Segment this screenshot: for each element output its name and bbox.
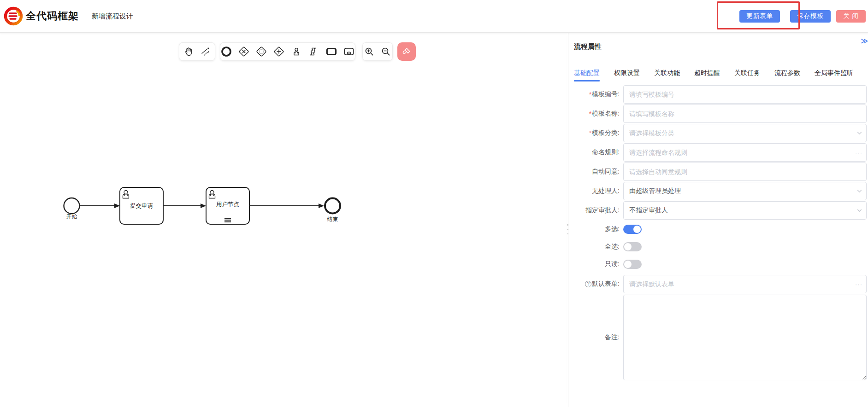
field-label: ? 默认表单: [574,280,620,288]
help-icon[interactable]: ? [585,281,591,287]
app-title: 全代码框架 [26,9,79,23]
svg-text:提交申请: 提交申请 [130,203,154,209]
panel-divider [568,33,568,407]
form-row: 备注: [574,294,867,381]
save-template-button[interactable]: 保存模板 [790,10,831,23]
task-icon[interactable] [325,46,337,58]
update-form-button[interactable]: 更新表单 [739,10,780,23]
start-event-icon[interactable] [220,46,232,58]
naming-rule-input[interactable] [623,143,867,162]
toolbar-card-palette [220,42,355,61]
zoom-in-icon[interactable] [363,46,375,58]
template-code-input[interactable] [623,85,867,104]
hand-tool-icon[interactable] [183,46,195,58]
field-label: 多选: [574,225,620,233]
field-label: 只读: [574,260,620,268]
no-handler-select[interactable] [623,182,867,200]
close-button[interactable]: 关 闭 [836,10,866,23]
remark-textarea[interactable] [623,295,867,380]
node-task-user[interactable]: 用户节点 [206,187,249,224]
bpmn-canvas[interactable]: 开始 提交申请 [0,33,568,407]
script-task-icon[interactable] [308,46,320,58]
basic-config-form: *模板编号: *模板名称: *模板分类: 命名规则: [574,85,867,381]
brush-icon [402,47,412,57]
multi-select-toggle[interactable] [623,225,642,234]
node-end-event[interactable]: 结束 [325,198,340,222]
edge-task2-end[interactable] [249,204,324,208]
form-row: ? 默认表单: ··· [574,275,867,293]
auto-agree-input[interactable] [623,163,867,181]
form-row: 只读: [574,256,867,273]
field-label: 无处理人: [574,187,620,195]
form-row: 无处理人: [574,182,867,200]
field-label: *模板分类: [574,129,620,137]
template-name-input[interactable] [623,105,867,123]
template-category-select[interactable] [623,124,867,142]
node-start-event[interactable]: 开始 [64,198,80,219]
edge-task1-task2[interactable] [163,204,206,208]
field-label: *模板名称: [574,110,620,118]
parallel-gateway-icon[interactable] [273,46,285,58]
form-row: *模板名称: [574,105,867,123]
tab-related-task[interactable]: 关联任务 [734,69,760,81]
form-row: *模板分类: [574,124,867,142]
form-row: 自动同意: [574,163,867,181]
field-label: 备注: [574,333,620,342]
form-row: 指定审批人: [574,201,867,220]
field-label: *模板编号: [574,90,620,99]
properties-panel: 流程属性 ≫ 基础配置 权限设置 关联功能 超时提醒 关联任务 流程参数 全局事… [568,33,868,407]
tab-timeout-reminder[interactable]: 超时提醒 [694,69,720,81]
read-only-toggle[interactable] [623,260,642,269]
field-label: 自动同意: [574,168,620,176]
toolbar-card-zoom [362,42,393,61]
inclusive-gateway-icon[interactable] [255,46,267,58]
edge-start-task1[interactable] [80,204,120,208]
assigned-approver-select[interactable] [623,201,867,220]
node-task-submit[interactable]: 提交申请 [120,187,163,224]
svg-text:用户节点: 用户节点 [216,201,239,208]
tab-basic-config[interactable]: 基础配置 [574,69,600,81]
default-form-input[interactable] [623,275,867,293]
connect-tool-icon[interactable] [200,46,212,58]
tab-permission[interactable]: 权限设置 [614,69,640,81]
clear-tool-button[interactable] [397,42,416,61]
select-all-toggle[interactable] [623,242,642,251]
form-row: *模板编号: [574,85,867,104]
panel-tabs: 基础配置 权限设置 关联功能 超时提醒 关联任务 流程参数 全局事件监听 [574,69,853,81]
workflow-designer: 全代码框架 新增流程设计 更新表单 保存模板 关 闭 [0,0,868,407]
zoom-out-icon[interactable] [380,46,392,58]
panel-title: 流程属性 [574,42,602,51]
user-task-icon[interactable] [290,46,302,58]
subprocess-icon[interactable] [343,46,355,58]
collapse-panel-icon[interactable]: ≫ [861,37,867,45]
divider-drag-handle[interactable] [566,224,570,234]
header: 全代码框架 新增流程设计 更新表单 保存模板 关 闭 [0,0,868,33]
tab-related-function[interactable]: 关联功能 [654,69,680,81]
field-label: 命名规则: [574,148,620,157]
field-label: 指定审批人: [574,206,620,215]
svg-text:结束: 结束 [327,216,338,222]
page-title: 新增流程设计 [92,12,133,21]
tab-process-params[interactable]: 流程参数 [774,69,800,81]
svg-text:开始: 开始 [66,214,77,219]
toolbar-card-select [179,42,215,61]
field-label: 全选: [574,243,620,251]
form-row: 全选: [574,238,867,256]
form-row: 多选: [574,221,867,238]
form-row: 命名规则: ··· [574,143,867,162]
bpmn-diagram: 开始 提交申请 [46,185,360,245]
tab-global-event-listener[interactable]: 全局事件监听 [815,69,853,81]
logo-icon [4,6,23,26]
exclusive-gateway-icon[interactable] [238,46,250,58]
